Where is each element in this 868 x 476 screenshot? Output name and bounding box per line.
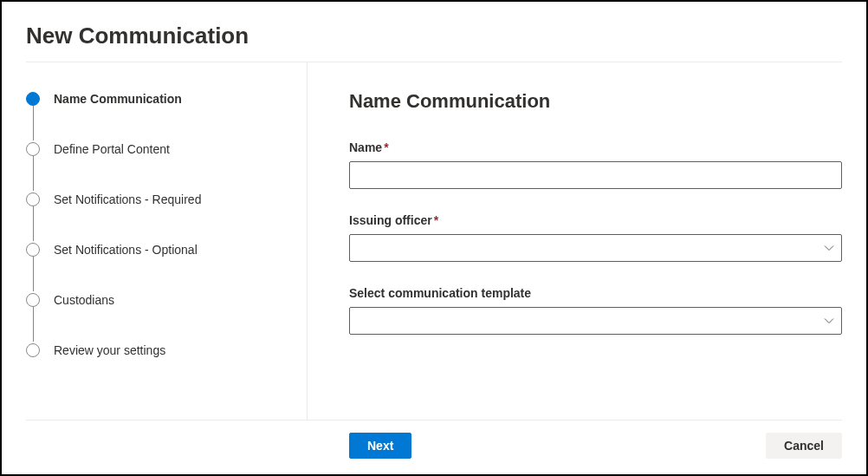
chevron-down-icon	[824, 243, 834, 253]
step-circle-icon	[26, 343, 40, 357]
page-title: New Communication	[26, 23, 842, 62]
template-dropdown[interactable]	[349, 307, 842, 335]
step-circle-icon	[26, 92, 40, 106]
wizard-step-4[interactable]: Custodians	[26, 291, 307, 309]
step-label: Review your settings	[54, 343, 165, 357]
step-label: Define Portal Content	[54, 142, 170, 156]
step-circle-icon	[26, 293, 40, 307]
panel-heading: Name Communication	[349, 90, 842, 113]
wizard-step-2[interactable]: Set Notifications - Required	[26, 191, 307, 208]
step-connector	[33, 257, 34, 291]
step-label: Set Notifications - Optional	[54, 243, 198, 257]
issuing-officer-dropdown[interactable]	[349, 234, 842, 262]
wizard-step-5[interactable]: Review your settings	[26, 342, 307, 359]
template-label: Select communication template	[349, 286, 842, 300]
step-circle-icon	[26, 192, 40, 206]
required-asterisk: *	[384, 140, 388, 154]
wizard-step-0[interactable]: Name Communication	[26, 90, 307, 108]
step-connector	[33, 156, 34, 191]
cancel-button[interactable]: Cancel	[766, 433, 842, 459]
step-label: Set Notifications - Required	[54, 192, 201, 206]
step-connector	[33, 206, 34, 241]
field-template: Select communication template	[349, 286, 842, 335]
step-circle-icon	[26, 142, 40, 156]
wizard-steps-nav: Name CommunicationDefine Portal ContentS…	[26, 62, 308, 420]
main-panel: Name Communication Name* Issuing officer…	[308, 62, 842, 420]
step-connector	[33, 307, 34, 342]
wizard-step-1[interactable]: Define Portal Content	[26, 140, 307, 158]
wizard-step-3[interactable]: Set Notifications - Optional	[26, 241, 307, 258]
field-name: Name*	[349, 140, 842, 189]
required-asterisk: *	[434, 213, 438, 227]
step-label: Name Communication	[54, 92, 182, 106]
name-input[interactable]	[349, 161, 842, 189]
chevron-down-icon	[824, 316, 834, 326]
step-circle-icon	[26, 243, 40, 257]
name-label: Name*	[349, 140, 842, 154]
issuing-officer-label: Issuing officer*	[349, 213, 842, 227]
next-button[interactable]: Next	[349, 433, 411, 459]
step-label: Custodians	[54, 293, 114, 307]
step-connector	[33, 106, 34, 140]
wizard-footer: Next Cancel	[26, 420, 842, 474]
field-issuing-officer: Issuing officer*	[349, 213, 842, 262]
